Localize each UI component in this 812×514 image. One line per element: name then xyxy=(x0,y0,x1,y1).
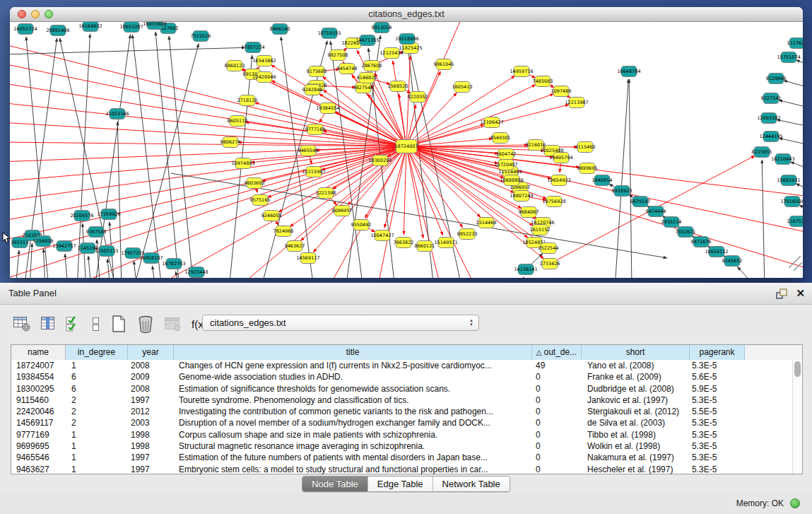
graph-node-19756928[interactable]: 19756928 xyxy=(542,197,565,207)
graph-node-9699695[interactable]: 9699695 xyxy=(577,163,598,174)
table-row[interactable]: 1938455462009Genome-wide association stu… xyxy=(11,371,802,382)
graph-node-9227341[interactable]: 9227341 xyxy=(761,93,782,104)
change-table-mode-button[interactable] xyxy=(11,313,33,334)
graph-node-1604742[interactable]: 1604742 xyxy=(496,149,517,160)
table-row[interactable]: 2242004622012Investigating the contribut… xyxy=(11,406,802,417)
graph-node-9827508[interactable]: 9827508 xyxy=(328,50,348,61)
column-header-in-degree[interactable]: in_degree xyxy=(66,345,128,360)
graph-node-9175685[interactable]: 9175685 xyxy=(307,66,327,77)
column-header-short[interactable]: short xyxy=(582,345,690,360)
graph-node-1117624[interactable]: 1117624 xyxy=(787,38,803,49)
graph-node-9777169[interactable]: 9777169 xyxy=(305,124,326,135)
graph-node-9550492[interactable]: 9550492 xyxy=(351,220,372,230)
graph-node-8471676[interactable]: 8471676 xyxy=(691,237,712,247)
tab-node-table[interactable]: Node Table xyxy=(302,477,367,491)
graph-node-7824968[interactable]: 7824968 xyxy=(273,226,294,237)
graph-node-21053346[interactable]: 21053346 xyxy=(105,109,129,119)
graph-node-1097489[interactable]: 1097489 xyxy=(551,86,572,97)
graph-node-8549301[interactable]: 8549301 xyxy=(490,133,511,144)
tab-network-table[interactable]: Network Table xyxy=(433,477,510,491)
graph-node-9463627[interactable]: 9463627 xyxy=(285,241,305,252)
show-columns-button[interactable] xyxy=(39,313,57,334)
graph-node-1615152[interactable]: 1615152 xyxy=(530,225,551,235)
create-column-button[interactable] xyxy=(109,313,129,334)
column-header-year[interactable]: year xyxy=(128,345,174,360)
graph-node-8220352[interactable]: 8220352 xyxy=(408,92,428,103)
graph-node-9242844[interactable]: 9242844 xyxy=(302,85,323,95)
graph-node-7515526[interactable]: 7515526 xyxy=(191,31,211,42)
graph-node-1568520[interactable]: 1568520 xyxy=(388,81,408,92)
network-canvas[interactable]: 1872400718300295886012389129551654386218… xyxy=(10,22,803,278)
select-all-button[interactable] xyxy=(64,313,83,334)
graph-node-10653287[interactable]: 10653287 xyxy=(119,22,143,33)
graph-node-9603603[interactable]: 9603603 xyxy=(245,178,265,189)
column-header-pagerank[interactable]: pagerank xyxy=(690,345,745,360)
graph-node-9474444[interactable]: 9474444 xyxy=(646,206,666,217)
graph-node-1221398[interactable]: 1221398 xyxy=(316,188,336,199)
table-row[interactable]: 946554611997Estimation of the future num… xyxy=(11,452,802,463)
graph-node-18724007[interactable]: 18724007 xyxy=(394,140,418,153)
graph-node-8813054[interactable]: 8813054 xyxy=(372,23,392,33)
table-row[interactable]: 911546021997Tourette syndrome. Phenomeno… xyxy=(11,395,802,406)
column-header-out-de-[interactable]: △out_de... xyxy=(532,345,582,360)
graph-node-6679197[interactable]: 6679197 xyxy=(630,197,651,207)
graph-node-12213987[interactable]: 12213987 xyxy=(565,98,588,108)
graph-node-1156809[interactable]: 1156809 xyxy=(33,236,54,247)
graph-node-7485083[interactable]: 7485083 xyxy=(533,76,553,87)
graph-node-391513[interactable]: 391513 xyxy=(11,238,29,248)
graph-node-12505115[interactable]: 12505115 xyxy=(95,246,118,257)
graph-node-1733426[interactable]: 1733426 xyxy=(540,259,560,269)
graph-node-9246055[interactable]: 9246055 xyxy=(261,211,282,221)
graph-node-9129966[interactable]: 9129966 xyxy=(766,74,787,84)
column-header-name[interactable]: name xyxy=(11,345,66,360)
graph-node-8938923[interactable]: 8938923 xyxy=(612,186,632,197)
graph-node-9115460[interactable]: 9115460 xyxy=(575,142,596,153)
table-row[interactable]: 1872400712008Changes of HCN gene express… xyxy=(11,360,802,371)
table-row[interactable]: 969969511998Structural magnetic resonanc… xyxy=(11,440,802,452)
graph-node-19654923[interactable]: 19654923 xyxy=(547,175,570,186)
table-chooser-select[interactable]: citations_edges.txt ▲▼ xyxy=(202,315,479,331)
graph-node-15751074[interactable]: 15751074 xyxy=(777,52,800,63)
graph-node-8605113[interactable]: 8605113 xyxy=(228,116,248,127)
graph-node-9861045[interactable]: 9861045 xyxy=(434,59,454,70)
graph-node-20206576[interactable]: 20206576 xyxy=(70,211,93,221)
graph-node-9684067[interactable]: 9684067 xyxy=(519,207,539,218)
graph-node-2935114[interactable]: 2935114 xyxy=(661,217,682,228)
graph-node-15149571[interactable]: 15149571 xyxy=(434,238,457,248)
close-panel-icon[interactable]: ✕ xyxy=(796,287,805,300)
graph-node-8660121[interactable]: 8660121 xyxy=(415,241,435,252)
delete-column-button[interactable] xyxy=(135,313,156,334)
graph-node-12444195[interactable]: 12444195 xyxy=(759,132,782,142)
graph-node-12093182[interactable]: 12093182 xyxy=(757,113,780,124)
graph-node-2867608[interactable]: 2867608 xyxy=(362,61,382,71)
clear-selection-button[interactable] xyxy=(90,313,102,334)
graph-node-10654112[interactable]: 10654112 xyxy=(705,247,728,257)
graph-node-1640954[interactable]: 1640954 xyxy=(592,175,613,186)
graph-node-1167534[interactable]: 1167534 xyxy=(787,216,803,227)
graph-node-7663822[interactable]: 7663822 xyxy=(394,238,414,248)
graph-node-8215955[interactable]: 8215955 xyxy=(752,147,772,158)
graph-node-8466160[interactable]: 8466160 xyxy=(270,24,290,35)
graph-node-1605413[interactable]: 1605413 xyxy=(452,82,473,93)
graph-node-10047427[interactable]: 10047427 xyxy=(370,230,394,241)
graph-node-8096957[interactable]: 8096957 xyxy=(332,206,353,216)
graph-node-24055724[interactable]: 24055724 xyxy=(13,24,37,35)
graph-node-2718120[interactable]: 2718120 xyxy=(237,95,258,106)
graph-node-16543862[interactable]: 16543862 xyxy=(252,56,276,66)
graph-node-8860123[interactable]: 8860123 xyxy=(225,61,245,71)
graph-node-10719155[interactable]: 10719155 xyxy=(317,28,341,39)
graph-node-2522544[interactable]: 2522544 xyxy=(539,243,559,254)
table-row[interactable]: 1456911722003Disruption of a novel membe… xyxy=(11,417,802,428)
graph-node-16210643[interactable]: 16210643 xyxy=(771,154,794,165)
graph-node-9827546[interactable]: 9827546 xyxy=(353,83,374,93)
graph-node-9806274[interactable]: 9806274 xyxy=(220,137,241,148)
graph-node-17359926[interactable]: 17359926 xyxy=(97,209,120,220)
graph-node-7832621[interactable]: 7832621 xyxy=(676,227,696,238)
graph-node-9575165[interactable]: 9575165 xyxy=(250,195,271,206)
graph-node-17857224[interactable]: 17857224 xyxy=(241,42,264,53)
graph-node-9465546[interactable]: 9465546 xyxy=(298,146,319,156)
table-row[interactable]: 946362711997Embryonic stem cells: a mode… xyxy=(11,464,802,475)
graph-node-20891406[interactable]: 20891406 xyxy=(46,25,69,36)
graph-node-13942757[interactable]: 13942757 xyxy=(52,241,76,252)
graph-node-9146821[interactable]: 9146821 xyxy=(357,73,377,83)
